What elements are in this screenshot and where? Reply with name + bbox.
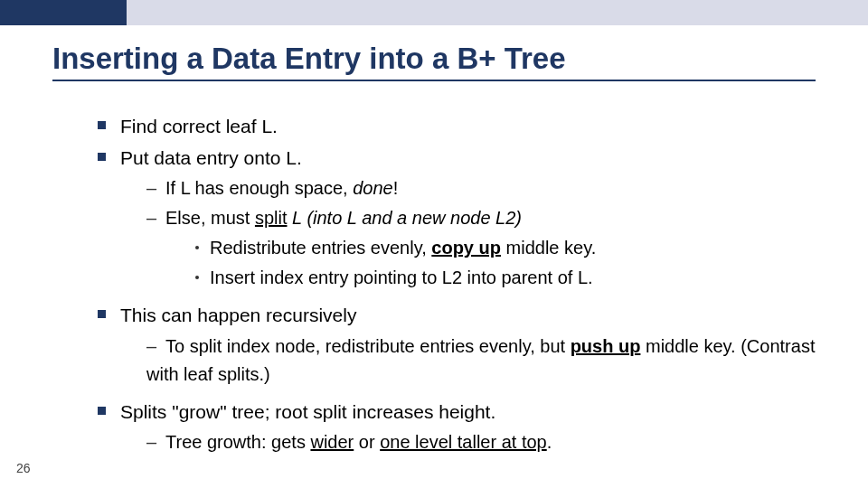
bullet-4: Splits "grow" tree; root split increases… — [98, 398, 816, 427]
bullet-2b-ii: Insert index entry pointing to L2 into p… — [195, 264, 816, 292]
top-accent-block — [0, 0, 127, 25]
bullet-4a-mid: or — [354, 432, 380, 452]
bullet-2b-i: Redistribute entries evenly, copy up mid… — [195, 234, 816, 262]
bullet-2b-i-post: middle key. — [501, 238, 596, 258]
page-number: 26 — [16, 461, 31, 475]
bullet-3-text: This can happen recursively — [120, 305, 356, 325]
bullet-2b-pre: Else, must — [165, 208, 255, 228]
dot-bullet-icon — [195, 276, 199, 279]
bullet-2b-ii-text: Insert index entry pointing to L2 into p… — [210, 267, 593, 287]
dash-bullet-icon: – — [146, 428, 155, 456]
slide-title: Inserting a Data Entry into a B+ Tree — [52, 42, 816, 76]
bullet-3a: –To split index node, redistribute entri… — [146, 333, 816, 389]
bullet-2b-i-bold: copy up — [431, 238, 501, 258]
bullet-2a-pre: If L has enough space, — [165, 178, 353, 198]
bullet-1-text: Find correct leaf L. — [120, 116, 278, 136]
bullet-4a-dot: . — [547, 432, 552, 452]
bullet-4a: –Tree growth: gets wider or one level ta… — [146, 428, 816, 456]
bullet-4a-u1: wider — [310, 432, 354, 452]
bullet-list: Find correct leaf L. Put data entry onto… — [52, 112, 816, 456]
slide-body: Inserting a Data Entry into a B+ Tree Fi… — [0, 25, 868, 456]
bullet-4a-pre: Tree growth: gets — [165, 432, 310, 452]
square-bullet-icon — [98, 153, 106, 161]
bullet-2a-bang: ! — [393, 178, 399, 198]
square-bullet-icon — [98, 121, 106, 129]
title-rule — [52, 80, 816, 81]
bullet-2: Put data entry onto L. — [98, 144, 816, 174]
bullet-2b-post: L (into L and a new node L2) — [288, 208, 522, 228]
bullet-2b-split: split — [255, 208, 288, 228]
bullet-1: Find correct leaf L. — [98, 112, 816, 142]
dot-bullet-icon — [195, 246, 199, 249]
bullet-3a-bold: push up — [571, 336, 641, 356]
square-bullet-icon — [98, 310, 106, 318]
bullet-4-text: Splits "grow" tree; root split increases… — [120, 401, 495, 422]
dash-bullet-icon: – — [146, 204, 155, 232]
bullet-2b: –Else, must split L (into L and a new no… — [146, 204, 816, 232]
bullet-2b-i-pre: Redistribute entries evenly, — [210, 238, 431, 258]
bullet-3: This can happen recursively — [98, 301, 816, 331]
top-banner — [0, 0, 868, 25]
bullet-2-text: Put data entry onto L. — [120, 147, 302, 168]
dash-bullet-icon: – — [146, 333, 155, 361]
bullet-4a-u2: one level taller at top — [380, 432, 547, 452]
top-light-band — [127, 0, 868, 25]
bullet-2a-done: done — [353, 178, 393, 198]
dash-bullet-icon: – — [146, 174, 155, 202]
bullet-3a-pre: To split index node, redistribute entrie… — [165, 336, 571, 356]
bullet-2a: –If L has enough space, done! — [146, 174, 816, 202]
square-bullet-icon — [98, 407, 106, 415]
